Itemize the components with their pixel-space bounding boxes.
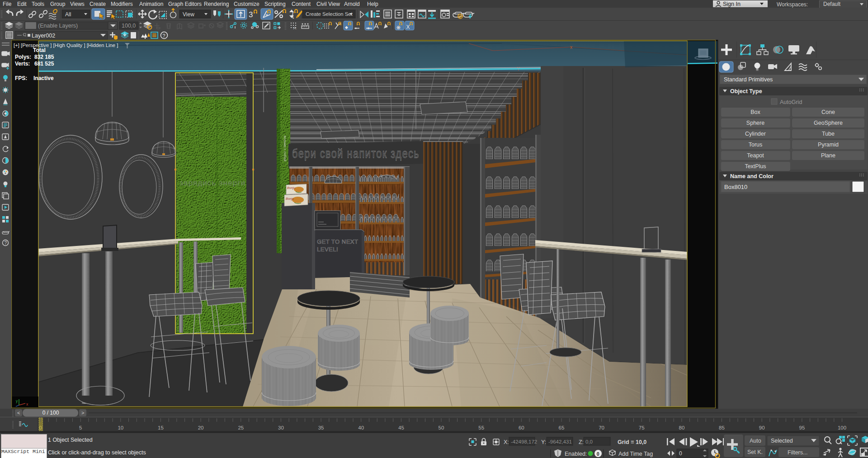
svg-text:0 / 100: 0 / 100: [42, 410, 59, 416]
svg-text:All: All: [65, 11, 71, 18]
svg-text:LEVEL!: LEVEL!: [317, 246, 338, 253]
svg-text:Box8010: Box8010: [724, 184, 747, 190]
svg-text:Y:: Y:: [541, 439, 546, 445]
svg-text:Add Time Tag: Add Time Tag: [618, 451, 653, 457]
svg-text:X:: X:: [504, 439, 509, 445]
svg-text:Cylinder: Cylinder: [745, 131, 766, 137]
svg-text:Bonju: Bonju: [287, 186, 295, 190]
svg-text:?: ?: [5, 241, 7, 246]
svg-text:15: 15: [158, 425, 164, 430]
svg-text:x: x: [570, 45, 572, 50]
svg-text:60: 60: [519, 425, 524, 430]
svg-text:65: 65: [559, 425, 565, 430]
svg-text:Layer002: Layer002: [32, 33, 55, 39]
svg-text:{: {: [292, 11, 294, 19]
svg-text:50: 50: [439, 425, 444, 430]
svg-text:45: 45: [398, 425, 404, 430]
svg-text:<: <: [17, 410, 20, 416]
svg-text:Enabled:: Enabled:: [565, 451, 587, 457]
svg-text:Tube: Tube: [822, 131, 835, 137]
svg-text:Pyramid: Pyramid: [818, 142, 839, 148]
svg-text:30: 30: [278, 425, 284, 430]
svg-text:40: 40: [358, 425, 364, 430]
svg-text:>: >: [81, 410, 84, 416]
svg-text:Standard Primitives: Standard Primitives: [724, 76, 773, 83]
svg-text:зарядись энерги: зарядись энерги: [179, 179, 245, 187]
svg-text:70: 70: [599, 425, 604, 430]
svg-text:95: 95: [799, 425, 805, 430]
svg-text:(Enable Layers): (Enable Layers): [38, 23, 78, 29]
svg-text:0: 0: [39, 425, 42, 430]
svg-text:Inactive: Inactive: [33, 75, 54, 81]
svg-text:Polys:: Polys:: [15, 54, 31, 60]
svg-text:0: 0: [679, 450, 682, 457]
svg-text:3: 3: [249, 10, 253, 19]
svg-text:Total: Total: [33, 47, 46, 53]
svg-text:Selected: Selected: [771, 438, 793, 444]
svg-text:Z:: Z:: [579, 439, 584, 445]
svg-text:Create Selection Set: Create Selection Set: [306, 11, 353, 17]
svg-text:Grid = 10,0: Grid = 10,0: [618, 439, 646, 445]
svg-text:возьми с собой: возьми с собой: [283, 136, 287, 161]
svg-text:Torus: Torus: [749, 142, 763, 148]
svg-text:90: 90: [759, 425, 765, 430]
svg-text:35: 35: [318, 425, 324, 430]
svg-text:10: 10: [118, 425, 123, 430]
svg-text:X: X: [406, 24, 410, 30]
svg-text:View: View: [183, 11, 194, 18]
svg-text:85: 85: [719, 425, 725, 430]
svg-text:832 185: 832 185: [34, 54, 54, 60]
svg-text:681 525: 681 525: [34, 61, 54, 67]
svg-text:Set K.: Set K.: [747, 449, 763, 455]
svg-text:GeoSphere: GeoSphere: [814, 120, 843, 126]
svg-text:FPS:: FPS:: [15, 75, 27, 81]
svg-text:Bonju: Bonju: [286, 197, 294, 201]
svg-text:55: 55: [478, 425, 484, 430]
svg-text:-9642,431: -9642,431: [548, 439, 572, 444]
svg-text:75: 75: [639, 425, 645, 430]
svg-text:A: A: [293, 26, 296, 30]
svg-text:Auto: Auto: [750, 438, 761, 444]
svg-text:GET TO NEXT: GET TO NEXT: [317, 238, 358, 245]
svg-text:?: ?: [163, 33, 165, 38]
svg-text:Object Type: Object Type: [730, 88, 762, 94]
svg-text:0: 0: [597, 451, 599, 457]
svg-text:0,0: 0,0: [585, 439, 593, 444]
svg-text:-42498,172: -42498,172: [511, 439, 537, 444]
svg-text:Teapot: Teapot: [747, 152, 764, 159]
svg-text:5: 5: [79, 425, 82, 430]
svg-text:Cone: Cone: [821, 109, 835, 115]
svg-text:AutoGrid: AutoGrid: [780, 99, 802, 105]
svg-text:80: 80: [679, 425, 685, 430]
svg-text:Plane: Plane: [821, 152, 835, 159]
svg-text:Name and Color: Name and Color: [730, 173, 774, 179]
svg-text:Filters...: Filters...: [788, 449, 807, 456]
svg-text:100: 100: [838, 425, 846, 430]
svg-text:25: 25: [238, 425, 244, 430]
svg-text:Sphere: Sphere: [746, 120, 764, 126]
svg-text:[+] [Perspective ] [High Qua: [+] [Perspective ] [High Quality ] [Hidd…: [14, 42, 118, 48]
svg-text:100,0: 100,0: [122, 23, 136, 29]
svg-text:бери свой напиток здесь: бери свой напиток здесь: [292, 146, 420, 161]
svg-text:20: 20: [198, 425, 204, 430]
svg-text:Verts:: Verts:: [15, 61, 30, 67]
svg-text:TextPlus: TextPlus: [745, 163, 766, 170]
svg-text:Box: Box: [750, 109, 760, 115]
